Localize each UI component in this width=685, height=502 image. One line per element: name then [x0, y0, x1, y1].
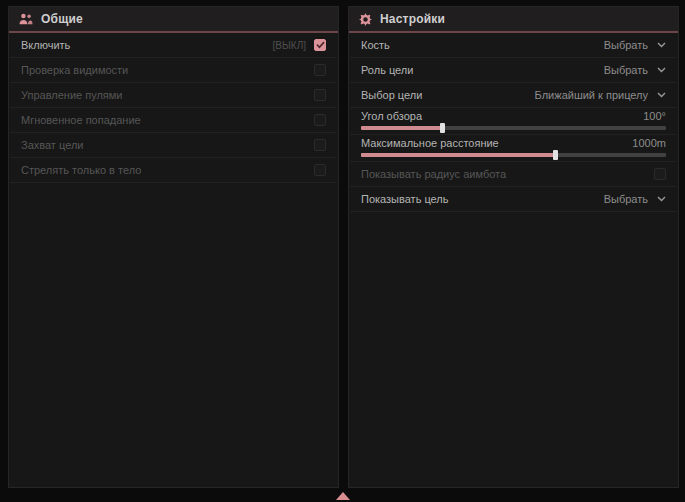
checkbox-show-aimbot-radius[interactable]: [654, 168, 666, 180]
checkbox-target-lock[interactable]: [314, 139, 326, 151]
checkbox-body-only[interactable]: [314, 164, 326, 176]
row-label: Показывать цель: [361, 193, 449, 205]
panel-settings: Настройки Кость Выбрать Роль цели Выбрат…: [348, 6, 679, 488]
row-label: Показывать радиус аимбота: [361, 168, 506, 180]
row-fov: Угол обзора 100°: [350, 108, 677, 135]
chevron-down-icon: [657, 67, 666, 73]
max-distance-value: 1000m: [632, 137, 666, 149]
dropdown-value: Выбрать: [604, 64, 648, 76]
row-label: Мгновенное попадание: [21, 114, 141, 126]
panel-settings-body: Кость Выбрать Роль цели Выбрать: [349, 33, 678, 487]
bone-dropdown[interactable]: Выбрать: [604, 39, 666, 51]
max-distance-slider[interactable]: [361, 153, 666, 157]
panel-general-body: Включить [ВЫКЛ] Проверка видимости Управ…: [9, 33, 338, 487]
row-target-select[interactable]: Выбор цели Ближайший к прицелу: [350, 83, 677, 108]
chevron-down-icon: [657, 92, 666, 98]
dropdown-value: Ближайший к прицелу: [535, 89, 648, 101]
panel-general-header: Общие: [9, 7, 338, 33]
row-label: Угол обзора: [361, 110, 422, 122]
keybind-hint: [ВЫКЛ]: [273, 40, 306, 51]
row-instant-hit[interactable]: Мгновенное попадание: [10, 108, 337, 133]
chevron-down-icon: [657, 196, 666, 202]
max-distance-slider-thumb[interactable]: [553, 150, 558, 160]
checkbox-visibility-check[interactable]: [314, 64, 326, 76]
row-enable[interactable]: Включить [ВЫКЛ]: [10, 33, 337, 58]
row-bullet-control[interactable]: Управление пулями: [10, 83, 337, 108]
row-label: Выбор цели: [361, 89, 422, 101]
checkbox-instant-hit[interactable]: [314, 114, 326, 126]
checkbox-bullet-control[interactable]: [314, 89, 326, 101]
panel-settings-header: Настройки: [349, 7, 678, 33]
row-label: Управление пулями: [21, 89, 123, 101]
panels-container: Общие Включить [ВЫКЛ] Проверка видимости…: [0, 0, 685, 488]
target-select-dropdown[interactable]: Ближайший к прицелу: [535, 89, 666, 101]
dropdown-value: Выбрать: [604, 39, 648, 51]
row-target-lock[interactable]: Захват цели: [10, 133, 337, 158]
chevron-down-icon: [657, 42, 666, 48]
row-label: Проверка видимости: [21, 64, 128, 76]
panel-general: Общие Включить [ВЫКЛ] Проверка видимости…: [8, 6, 339, 488]
dropdown-value: Выбрать: [604, 193, 648, 205]
row-label: Роль цели: [361, 64, 413, 76]
fov-slider-thumb[interactable]: [440, 123, 445, 133]
fov-value: 100°: [643, 110, 666, 122]
row-body-only[interactable]: Стрелять только в тело: [10, 158, 337, 183]
panel-title: Общие: [41, 12, 83, 26]
row-label: Кость: [361, 39, 390, 51]
users-icon: [19, 13, 33, 25]
row-show-target[interactable]: Показывать цель Выбрать: [350, 187, 677, 212]
row-max-distance: Максимальное расстояние 1000m: [350, 135, 677, 162]
show-target-dropdown[interactable]: Выбрать: [604, 193, 666, 205]
gear-icon: [359, 13, 372, 26]
row-label: Захват цели: [21, 139, 83, 151]
row-label: Включить: [21, 39, 70, 51]
row-label: Максимальное расстояние: [361, 137, 499, 149]
row-target-role[interactable]: Роль цели Выбрать: [350, 58, 677, 83]
target-role-dropdown[interactable]: Выбрать: [604, 64, 666, 76]
fov-slider[interactable]: [361, 126, 666, 130]
triangle-up-icon[interactable]: [336, 492, 350, 500]
row-bone[interactable]: Кость Выбрать: [350, 33, 677, 58]
row-visibility-check[interactable]: Проверка видимости: [10, 58, 337, 83]
panel-title: Настройки: [380, 12, 445, 26]
row-label: Стрелять только в тело: [21, 164, 141, 176]
row-show-aimbot-radius[interactable]: Показывать радиус аимбота: [350, 162, 677, 187]
checkbox-enable[interactable]: [314, 39, 326, 51]
